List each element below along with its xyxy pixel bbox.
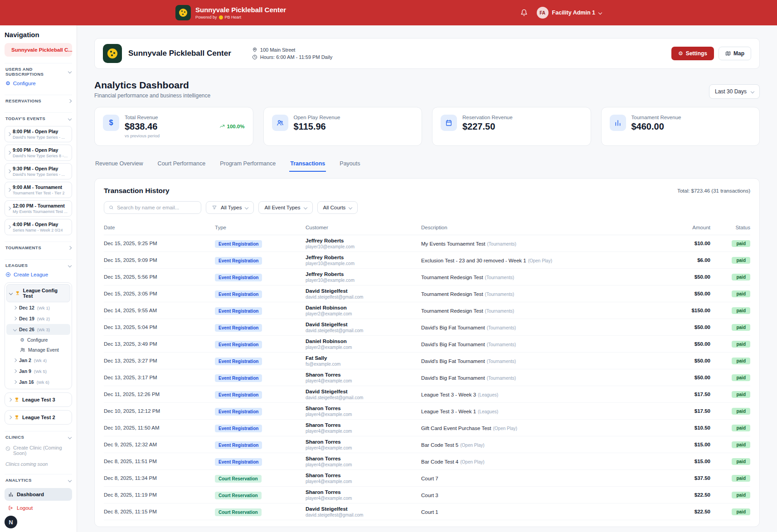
cell-amount: $22.50: [658, 509, 710, 514]
trophy-icon: [14, 415, 19, 420]
create-league-link[interactable]: Create League: [5, 271, 72, 280]
table-row[interactable]: Dec 8, 2025, 11:15 PM Court Reservation …: [104, 503, 750, 520]
league-week-item[interactable]: Jan 16 (Wk 6): [6, 377, 70, 387]
trending-up-icon: [219, 124, 225, 129]
map-button[interactable]: Map: [719, 47, 751, 60]
table-row[interactable]: Dec 15, 2025, 9:25 PM Event Registration…: [104, 235, 750, 252]
today-event-item[interactable]: 9:00 AM - Tournament Tournament Tier Tes…: [5, 182, 72, 198]
section-users-subscriptions[interactable]: USERS AND SUBSCRIPTIONS: [5, 63, 72, 79]
today-event-item[interactable]: 9:30 PM - Open Play David's New Type Ser…: [5, 163, 72, 179]
event-subtitle: David's New Type Series - ...: [13, 172, 65, 177]
tab[interactable]: Program Performance: [219, 158, 277, 172]
league-item[interactable]: League Test 3: [5, 392, 72, 407]
cell-description: Tournament Redesign Test: [421, 275, 483, 280]
league-week-item[interactable]: Dec 12 (Wk 1): [6, 302, 70, 313]
table-row[interactable]: Dec 14, 2025, 9:55 AM Event Registration…: [104, 302, 750, 319]
table-row[interactable]: Dec 13, 2025, 3:17 PM Event Registration…: [104, 369, 750, 386]
chevron-right-icon: [8, 416, 12, 419]
tab[interactable]: Transactions: [289, 158, 326, 172]
section-todays-events[interactable]: TODAY'S EVENTS: [5, 112, 72, 124]
section-reservations[interactable]: RESERVATIONS: [5, 95, 72, 106]
table-row[interactable]: Dec 15, 2025, 9:09 PM Event Registration…: [104, 252, 750, 269]
filter-all-types[interactable]: All Types: [206, 201, 254, 214]
sidebar-item-facility[interactable]: Sunnyvale Pickleball C...: [5, 43, 72, 57]
chevron-down-icon: [68, 435, 72, 439]
stat-cards: $ Total Revenue $838.46 vs previous peri…: [94, 107, 760, 146]
main-content: Sunnyvale Pickleball Center 100 Main Str…: [77, 25, 777, 532]
table-row[interactable]: Dec 15, 2025, 3:05 PM Event Registration…: [104, 285, 750, 302]
tab[interactable]: Payouts: [339, 158, 361, 172]
table-row[interactable]: Dec 13, 2025, 3:49 PM Event Registration…: [104, 336, 750, 353]
notifications-button[interactable]: [518, 6, 530, 19]
league-item-config-test[interactable]: League Config Test: [6, 284, 70, 302]
filter-all-courts[interactable]: All Courts: [317, 201, 358, 214]
type-badge: Event Registration: [215, 425, 262, 432]
league-week-item[interactable]: Dec 19 (Wk 2): [6, 313, 70, 324]
date-range-select[interactable]: Last 30 Days: [709, 84, 760, 99]
table-row[interactable]: Dec 10, 2025, 11:50 AM Event Registratio…: [104, 420, 750, 436]
table-row[interactable]: Dec 8, 2025, 11:19 PM Court Reservation …: [104, 487, 750, 503]
status-badge: paid: [732, 290, 750, 297]
today-event-item[interactable]: 8:00 PM - Open Play David's New Type Ser…: [5, 126, 72, 142]
week-label: Jan 16: [19, 379, 34, 385]
today-event-item[interactable]: 9:00 PM - Open Play David's New Type Ser…: [5, 145, 72, 161]
customer-name: Sharon Torres: [306, 372, 421, 377]
tab[interactable]: Court Performance: [157, 158, 207, 172]
table-row[interactable]: Dec 11, 2025, 12:26 PM Event Registratio…: [104, 386, 750, 403]
chevron-right-icon: [68, 99, 72, 102]
sidebar-item-configure[interactable]: ⚙ Configure: [5, 79, 72, 88]
transactions-table-body: Dec 15, 2025, 9:25 PM Event Registration…: [104, 235, 750, 520]
customer-email: player10@example.com: [306, 261, 421, 266]
stat-card-tournament-revenue: Tournament Revenue $460.00: [601, 107, 760, 146]
event-time: 9:30 PM - Open Play: [13, 166, 65, 171]
chevron-icon: [13, 328, 17, 331]
chevron-icon: [13, 317, 17, 320]
table-row[interactable]: Dec 13, 2025, 3:27 PM Event Registration…: [104, 353, 750, 369]
type-badge: Event Registration: [215, 307, 262, 315]
cell-description: David's Big Fat Tournament: [421, 358, 485, 364]
bell-icon: [520, 9, 528, 16]
tab[interactable]: Revenue Overview: [94, 158, 144, 172]
type-badge: Event Registration: [215, 257, 262, 265]
table-row[interactable]: Dec 9, 2025, 12:32 AM Event Registration…: [104, 436, 750, 453]
today-event-item[interactable]: 12:00 PM - Tournament My Events Tournaem…: [5, 200, 72, 217]
league-week-item[interactable]: Jan 2 (Wk 4): [6, 355, 70, 366]
customer-name: Sharon Torres: [306, 456, 421, 461]
cell-date: Dec 13, 2025, 3:27 PM: [104, 358, 215, 363]
league-item[interactable]: League Test 2: [5, 410, 72, 425]
today-event-item[interactable]: 4:00 PM - Open Play Series Name - Week 2…: [5, 219, 72, 235]
status-badge: paid: [732, 257, 750, 264]
search-input[interactable]: [117, 205, 196, 210]
filter-all-event-types[interactable]: All Event Types: [258, 201, 312, 214]
week-manage-event-link[interactable]: Manage Event: [6, 345, 70, 355]
status-badge: paid: [732, 408, 750, 415]
chevron-down-icon: [245, 206, 248, 209]
league-tree: League Config Test Dec 12 (Wk 1) Dec 19 …: [5, 282, 72, 389]
table-row[interactable]: Dec 8, 2025, 11:34 PM Court Reservation …: [104, 470, 750, 487]
week-configure-link[interactable]: ⚙ Configure: [6, 335, 70, 345]
bar-chart-icon: [610, 115, 626, 131]
section-leagues[interactable]: LEAGUES: [5, 259, 72, 271]
section-analytics[interactable]: ANALYTICS: [5, 474, 72, 485]
app-title: Sunnyvale Pickleball Center: [195, 6, 286, 14]
section-clinics[interactable]: CLINICS: [5, 431, 72, 442]
logout-button[interactable]: Logout: [5, 501, 72, 515]
settings-button[interactable]: ⚙ Settings: [671, 47, 714, 60]
league-label: League Test 3: [22, 397, 55, 402]
table-row[interactable]: Dec 10, 2025, 12:12 PM Event Registratio…: [104, 403, 750, 420]
sidebar-item-dashboard[interactable]: Dashboard: [5, 488, 72, 501]
status-badge: paid: [732, 391, 750, 398]
chevron-right-icon: [13, 358, 17, 362]
league-week-item[interactable]: Jan 9 (Wk 5): [6, 366, 70, 377]
section-tournaments[interactable]: TOURNAMENTS: [5, 242, 72, 253]
description-tag: (Tournaments): [485, 292, 514, 297]
league-week-item[interactable]: Dec 26 (Wk 3): [6, 324, 70, 335]
dev-badge[interactable]: N: [5, 516, 17, 528]
status-badge: paid: [732, 441, 750, 448]
table-row[interactable]: Dec 13, 2025, 5:04 PM Event Registration…: [104, 319, 750, 336]
clinics-coming-soon-note: Clinics coming soon: [5, 459, 72, 468]
table-row[interactable]: Dec 8, 2025, 11:51 PM Event Registration…: [104, 453, 750, 470]
user-menu[interactable]: FA Facility Admin 1: [537, 7, 602, 19]
facility-header-card: Sunnyvale Pickleball Center 100 Main Str…: [94, 38, 760, 69]
table-row[interactable]: Dec 15, 2025, 5:56 PM Event Registration…: [104, 269, 750, 285]
